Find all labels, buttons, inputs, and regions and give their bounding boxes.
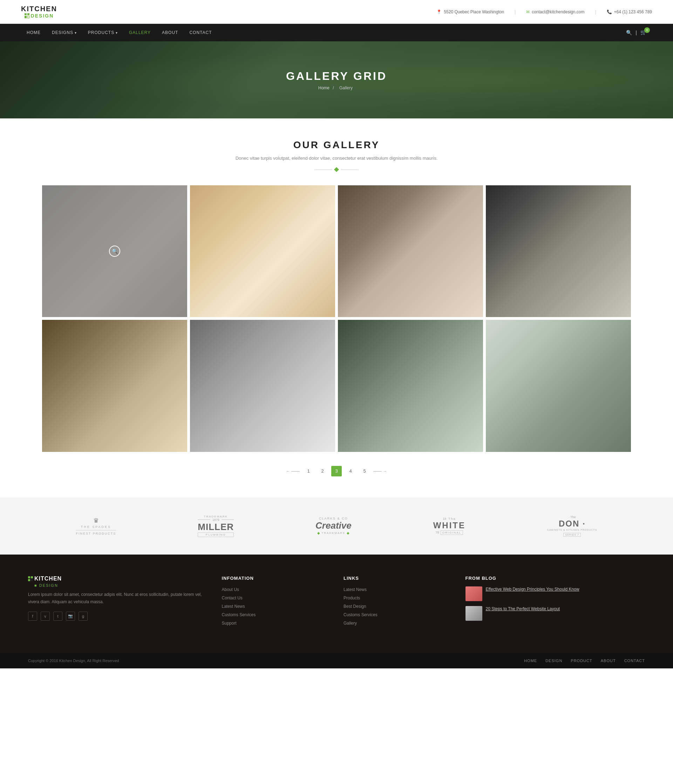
nav-about[interactable]: ABOUT bbox=[156, 24, 184, 41]
page-2[interactable]: 2 bbox=[317, 466, 328, 476]
gallery-item-4[interactable] bbox=[486, 185, 631, 317]
gallery-overlay-2 bbox=[190, 185, 335, 317]
footer-info-link-about[interactable]: About Us bbox=[222, 587, 239, 592]
divider bbox=[42, 168, 631, 171]
footer-top: KITCHEN ■ DESIGN Lorem ipsum dolor sit a… bbox=[28, 576, 645, 628]
logo-name-line1: KITCHEN bbox=[21, 5, 57, 13]
footer-logo-icon bbox=[28, 576, 33, 581]
footer-nav-home[interactable]: HOME bbox=[524, 659, 537, 663]
page-3-active[interactable]: 3 bbox=[331, 466, 342, 476]
footer-info-link-customs[interactable]: Customs Services bbox=[222, 612, 256, 617]
gallery-title: OUR GALLERY bbox=[42, 139, 631, 151]
phone-icon: 📞 bbox=[607, 9, 612, 14]
gallery-overlay-6 bbox=[190, 320, 335, 451]
nav-designs[interactable]: DESIGNS bbox=[46, 24, 83, 41]
logo: KITCHEN DESIGN bbox=[21, 5, 57, 19]
search-icon[interactable]: 🔍 bbox=[626, 30, 632, 36]
nav-products[interactable]: PRODUCTS bbox=[83, 24, 123, 41]
hero-title: GALLERY GRID bbox=[286, 70, 387, 82]
footer-info-link-contact[interactable]: Contact Us bbox=[222, 596, 243, 600]
blog-link-2[interactable]: 20 Steps to The Perfect Website Layout bbox=[486, 606, 560, 612]
gallery-item-6[interactable] bbox=[190, 320, 335, 451]
footer-link-item-1: Latest News bbox=[344, 586, 452, 592]
footer-link-gallery[interactable]: Gallery bbox=[344, 621, 357, 626]
footer-link-item-4: Customs Services bbox=[344, 611, 452, 617]
footer-info-item-5: Support bbox=[222, 620, 330, 626]
social-twitter[interactable]: t bbox=[53, 611, 62, 621]
gallery-item-7[interactable] bbox=[338, 320, 483, 451]
brand-creative: CLARKS & CO Creative ◆ TRADEMARK ◆ bbox=[315, 517, 352, 535]
pin-icon: 📍 bbox=[436, 9, 442, 14]
footer-links-title: LINKS bbox=[344, 576, 452, 581]
footer-info-col: INFOMATION About Us Contact Us Latest Ne… bbox=[222, 576, 330, 628]
gallery-subtitle: Donec vitae turpis volutpat, eleifend do… bbox=[42, 156, 631, 161]
cart-badge: 0 bbox=[644, 27, 650, 33]
footer-info-link-news[interactable]: Latest News bbox=[222, 604, 245, 609]
breadcrumb-home[interactable]: Home bbox=[318, 86, 329, 90]
breadcrumb-current: Gallery bbox=[339, 86, 353, 90]
page-4[interactable]: 4 bbox=[345, 466, 356, 476]
breadcrumb-sep: / bbox=[333, 86, 335, 90]
nav-gallery[interactable]: GALLERY bbox=[123, 24, 156, 41]
footer-blog-col: FROM BLOG Effective Web Design Principle… bbox=[466, 576, 645, 628]
diamond-left-icon: ◆ bbox=[317, 531, 320, 535]
footer-info-item-3: Latest News bbox=[222, 603, 330, 609]
gallery-item-5[interactable] bbox=[42, 320, 187, 451]
footer-link-best-design[interactable]: Best Design bbox=[344, 604, 366, 609]
social-instagram[interactable]: 📷 bbox=[66, 611, 75, 621]
nav-home[interactable]: HOME bbox=[21, 24, 46, 41]
footer-bottom-nav: HOME DESIGN PRODUCT ABOUT CONTACT bbox=[524, 659, 645, 663]
prev-arrow[interactable]: ← —— bbox=[286, 469, 300, 474]
gallery-item-2[interactable] bbox=[190, 185, 335, 317]
gallery-item-3[interactable] bbox=[338, 185, 483, 317]
footer-link-news[interactable]: Latest News bbox=[344, 587, 367, 592]
blog-link-1[interactable]: Effective Web Design Principles You Shou… bbox=[486, 586, 580, 593]
gallery-item-8[interactable] bbox=[486, 320, 631, 451]
footer-nav-about[interactable]: ABOUT bbox=[601, 659, 616, 663]
gallery-grid: 🔍 bbox=[42, 185, 631, 452]
sep1: | bbox=[514, 9, 516, 14]
footer: KITCHEN ■ DESIGN Lorem ipsum dolor sit a… bbox=[0, 555, 673, 653]
pagination: ← —— 1 2 3 4 5 —— → bbox=[42, 466, 631, 476]
main-nav: HOME DESIGNS PRODUCTS GALLERY ABOUT CONT… bbox=[0, 24, 673, 41]
footer-blog-title: FROM BLOG bbox=[466, 576, 645, 581]
footer-link-customs[interactable]: Customs Services bbox=[344, 612, 377, 617]
address-info: 📍 5520 Quebec Place Washington bbox=[436, 9, 504, 14]
page-1[interactable]: 1 bbox=[303, 466, 314, 476]
footer-logo-name1: KITCHEN bbox=[34, 576, 62, 582]
contact-info: 📍 5520 Quebec Place Washington | ✉ conta… bbox=[436, 9, 652, 14]
footer-nav-product[interactable]: PRODUCT bbox=[571, 659, 592, 663]
top-bar: KITCHEN DESIGN 📍 5520 Quebec Place Washi… bbox=[0, 0, 673, 24]
footer-info-link-support[interactable]: Support bbox=[222, 621, 237, 626]
brand-spades: ♛ THE SPADES FINEST PRODUCTS bbox=[76, 517, 116, 535]
email-icon: ✉ bbox=[526, 9, 530, 14]
hero-banner: GALLERY GRID Home / Gallery bbox=[0, 41, 673, 118]
cart-icon[interactable]: 🛒0 bbox=[640, 30, 652, 36]
next-arrow[interactable]: —— → bbox=[373, 469, 387, 474]
social-vimeo[interactable]: v bbox=[41, 611, 50, 621]
page-5[interactable]: 5 bbox=[359, 466, 370, 476]
diamond-right-icon: ◆ bbox=[347, 531, 349, 535]
nav-links: HOME DESIGNS PRODUCTS GALLERY ABOUT CONT… bbox=[21, 24, 218, 41]
hero-content: GALLERY GRID Home / Gallery bbox=[286, 70, 387, 90]
social-facebook[interactable]: f bbox=[28, 611, 37, 621]
blog-post-1: Effective Web Design Principles You Shou… bbox=[466, 586, 645, 601]
sep2: | bbox=[595, 9, 596, 14]
social-google[interactable]: g bbox=[78, 611, 88, 621]
footer-nav-design[interactable]: DESIGN bbox=[545, 659, 562, 663]
phone-info: 📞 +64 (1) 123 456 789 bbox=[607, 9, 652, 14]
brand-miller: TRADEMARK 1879 MILLER PLUMBING bbox=[198, 515, 234, 537]
footer-link-item-2: Products bbox=[344, 595, 452, 600]
gallery-overlay-3 bbox=[338, 185, 483, 317]
footer-link-products[interactable]: Products bbox=[344, 596, 360, 600]
gallery-item-1[interactable]: 🔍 bbox=[42, 185, 187, 317]
nav-contact[interactable]: CONTACT bbox=[184, 24, 217, 41]
footer-bottom: Copyright © 2016 Kitchen Design, All Rig… bbox=[0, 653, 673, 668]
divider-line-left bbox=[315, 170, 332, 170]
gallery-overlay-1: 🔍 bbox=[42, 185, 187, 317]
brand-don: · The DON · CABINETS & KITCHEN PRODUCTS … bbox=[547, 515, 597, 537]
footer-link-item-5: Gallery bbox=[344, 620, 452, 626]
logo-name-line2: DESIGN bbox=[31, 13, 54, 19]
footer-nav-contact[interactable]: CONTACT bbox=[624, 659, 645, 663]
footer-info-item-2: Contact Us bbox=[222, 595, 330, 600]
